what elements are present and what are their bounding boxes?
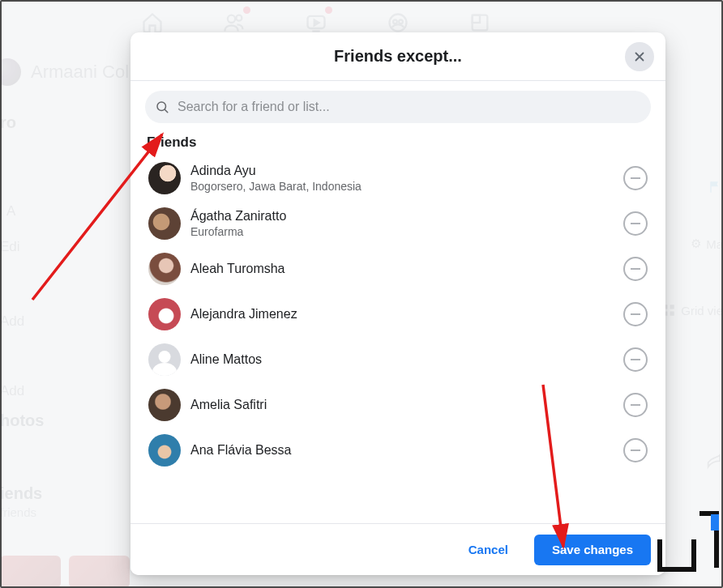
- save-button[interactable]: Save changes: [534, 535, 651, 565]
- friend-name: Ana Flávia Bessa: [190, 442, 614, 459]
- exclude-button[interactable]: [623, 166, 648, 190]
- minus-icon: [631, 177, 640, 179]
- search-wrap: [145, 91, 651, 123]
- friend-name: Ágatha Zaniratto: [190, 208, 614, 225]
- friend-text: Alejandra Jimenez: [190, 306, 614, 323]
- friend-text: Ágatha ZanirattoEurofarma: [190, 208, 614, 240]
- svg-point-13: [157, 102, 166, 111]
- friend-name: Amelia Safitri: [190, 397, 614, 414]
- modal-title: Friends except...: [334, 47, 462, 66]
- friend-text: Aline Mattos: [190, 352, 614, 369]
- minus-icon: [631, 404, 640, 406]
- friend-row[interactable]: Amelia Safitri: [145, 382, 651, 428]
- friend-avatar: [148, 207, 181, 240]
- minus-icon: [631, 268, 640, 270]
- friend-text: Ana Flávia Bessa: [190, 442, 614, 459]
- friends-except-modal: Friends except... Friends Adinda AyuBogo…: [130, 32, 665, 575]
- friend-avatar: [148, 434, 181, 467]
- friend-avatar: [148, 298, 181, 330]
- search-input[interactable]: [145, 91, 651, 123]
- search-icon: [155, 100, 169, 114]
- modal-header: Friends except...: [130, 32, 665, 81]
- friend-name: Aleah Turomsha: [190, 261, 614, 278]
- cancel-button[interactable]: Cancel: [451, 535, 526, 565]
- friend-avatar: [148, 389, 181, 421]
- exclude-button[interactable]: [623, 302, 648, 326]
- friends-section-label: Friends: [147, 134, 651, 151]
- friend-text: Adinda AyuBogorsero, Jawa Barat, Indones…: [190, 163, 614, 194]
- friend-row[interactable]: Ágatha ZanirattoEurofarma: [145, 201, 651, 246]
- minus-icon: [631, 313, 640, 315]
- minus-icon: [631, 223, 640, 224]
- friend-avatar: [148, 162, 181, 194]
- watermark: [646, 511, 719, 572]
- close-icon: [632, 49, 647, 64]
- modal-body: Friends Adinda AyuBogorsero, Jawa Barat,…: [130, 81, 665, 523]
- friend-text: Amelia Safitri: [190, 397, 614, 414]
- friend-name: Adinda Ayu: [190, 163, 614, 180]
- friend-row[interactable]: Aline Mattos: [145, 337, 651, 382]
- friend-avatar: [148, 343, 181, 376]
- minus-icon: [631, 450, 640, 451]
- friend-row[interactable]: Adinda AyuBogorsero, Jawa Barat, Indones…: [145, 156, 651, 201]
- exclude-button[interactable]: [623, 211, 648, 236]
- friend-avatar: [148, 253, 181, 285]
- exclude-button[interactable]: [623, 347, 648, 372]
- friend-row[interactable]: Aleah Turomsha: [145, 246, 651, 292]
- friends-list: Adinda AyuBogorsero, Jawa Barat, Indones…: [145, 156, 651, 473]
- friend-text: Aleah Turomsha: [190, 261, 614, 278]
- friend-row[interactable]: Alejandra Jimenez: [145, 292, 651, 337]
- minus-icon: [631, 359, 640, 360]
- modal-footer: Cancel Save changes: [130, 523, 665, 575]
- exclude-button[interactable]: [623, 393, 648, 417]
- friend-subtext: Eurofarma: [190, 224, 614, 239]
- close-button[interactable]: [625, 42, 654, 71]
- friend-name: Alejandra Jimenez: [190, 306, 614, 323]
- friend-row[interactable]: Ana Flávia Bessa: [145, 428, 651, 473]
- friend-subtext: Bogorsero, Jawa Barat, Indonesia: [190, 179, 614, 194]
- exclude-button[interactable]: [623, 438, 648, 462]
- exclude-button[interactable]: [623, 257, 648, 281]
- friend-name: Aline Mattos: [190, 352, 614, 369]
